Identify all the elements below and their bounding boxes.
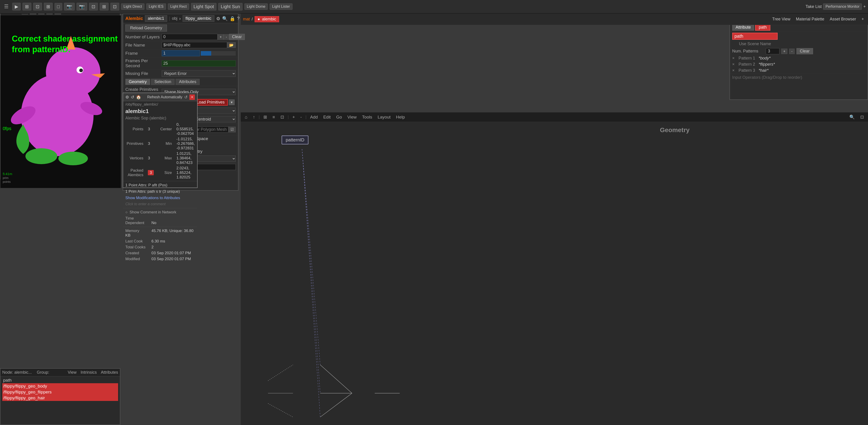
- patternid-node[interactable]: patternID: [282, 135, 308, 144]
- help-menu-btn[interactable]: Help: [394, 114, 407, 120]
- fps-input[interactable]: [162, 60, 236, 67]
- modified-label: Modified: [125, 257, 150, 261]
- poly-soup-toggle[interactable]: ☑: [228, 127, 236, 132]
- net-home-btn[interactable]: ⌂: [243, 114, 249, 120]
- info-popup-close-btn[interactable]: ×: [189, 94, 195, 100]
- svg-line-12: [268, 403, 293, 417]
- net-grid-btn[interactable]: ⊞: [261, 114, 269, 120]
- toolbar-light-dome-btn[interactable]: Light Dome: [244, 3, 268, 10]
- num-patterns-plus[interactable]: +: [781, 48, 787, 54]
- missing-file-row: Missing File Report Error: [123, 69, 238, 78]
- viewport-overlay: Correct shader assignment from patternID…: [12, 34, 118, 55]
- show-comment-btn[interactable]: ○ Show Comment in Network: [123, 209, 197, 216]
- frame-slider[interactable]: [201, 51, 236, 56]
- num-layers-clear-btn[interactable]: Clear: [229, 34, 245, 40]
- attributes-tab[interactable]: Attributes: [176, 79, 199, 85]
- toolbar-light-lister-btn[interactable]: Light Lister: [270, 3, 292, 10]
- comment-area[interactable]: Click to enter a comment: [123, 201, 197, 207]
- panel-search[interactable]: 🔍: [222, 16, 228, 21]
- panel-help[interactable]: ?: [237, 16, 240, 21]
- tree-view-btn[interactable]: Tree View: [770, 17, 792, 22]
- obj-path: obj: [172, 16, 177, 21]
- path-item-0[interactable]: path: [2, 377, 118, 383]
- num-layers-input[interactable]: [162, 34, 218, 40]
- file-name-input[interactable]: [162, 42, 227, 48]
- toolbar-plus[interactable]: +: [863, 4, 866, 9]
- toolbar-render-btn[interactable]: ▶: [12, 3, 21, 10]
- attr-input-row: [730, 32, 868, 41]
- stats-row-vertices: Vertices 3 Max 1.01215, 1.38464, 0.84742…: [123, 151, 197, 165]
- refresh-auto-btn[interactable]: ↺: [184, 95, 188, 100]
- net-zoom-in-btn[interactable]: +: [290, 114, 297, 120]
- num-patterns-minus[interactable]: -: [789, 48, 795, 54]
- num-patterns-input[interactable]: [766, 48, 779, 54]
- path-item-2[interactable]: /flippy/flippy_geo_flippers: [2, 389, 118, 395]
- net-up-btn[interactable]: ↑: [251, 114, 257, 120]
- toolbar-light-ies-btn[interactable]: Light IES: [146, 3, 166, 10]
- panel-gear[interactable]: ⚙: [216, 16, 220, 21]
- attribute-tab-btn[interactable]: Attribute: [732, 24, 754, 31]
- num-layers-minus[interactable]: -: [224, 34, 229, 40]
- net-search-btn[interactable]: 🔍: [847, 114, 857, 120]
- go-menu-btn[interactable]: Go: [334, 114, 344, 120]
- alembic-tab-name[interactable]: alembic1: [145, 15, 167, 22]
- toolbar2-plus[interactable]: +: [860, 17, 866, 22]
- toolbar-light-spot-btn[interactable]: Light Spot: [191, 3, 216, 10]
- sep1: |: [169, 16, 170, 21]
- path-tab-btn[interactable]: path: [755, 24, 770, 31]
- selection-tab[interactable]: Selection: [151, 79, 175, 85]
- toolbar-row2: mat / ● alembic Tree View Material Palet…: [241, 13, 868, 25]
- toolbar-displacement-btn[interactable]: ⊡: [89, 3, 98, 10]
- performance-monitor-btn[interactable]: Performance Monitor: [823, 3, 862, 10]
- net-layout-btn[interactable]: ⊡: [279, 114, 286, 120]
- toolbar-vfb-btn[interactable]: □: [55, 3, 62, 10]
- alembic-breadcrumb-btn[interactable]: ● alembic: [255, 16, 279, 22]
- toolbar-light-sun-btn[interactable]: Light Sun: [218, 3, 243, 10]
- num-layers-plus[interactable]: +: [218, 34, 224, 40]
- material-palette-btn[interactable]: Material Palette: [794, 17, 826, 22]
- add-node-btn[interactable]: Add: [308, 114, 320, 120]
- missing-file-select[interactable]: Report Error: [162, 70, 236, 77]
- layout-menu-btn[interactable]: Layout: [376, 114, 393, 120]
- info-node-name: alembic1: [123, 108, 197, 115]
- show-modifications-btn[interactable]: Show Modifications to Attributes: [123, 195, 197, 201]
- net-zoom-out-btn[interactable]: -: [299, 114, 304, 120]
- alembic-tabs: Geometry Selection Attributes: [123, 78, 238, 86]
- view-menu-btn[interactable]: View: [346, 114, 359, 120]
- toolbar-rop-btn[interactable]: ⊞: [23, 3, 31, 10]
- edit-menu-btn[interactable]: Edit: [321, 114, 333, 120]
- toolbar-aur-btn[interactable]: ⊡: [111, 3, 119, 10]
- pattern-entry-1: × Pattern 1 *body*: [730, 55, 868, 61]
- geometry-tab[interactable]: Geometry: [125, 79, 150, 85]
- info-icon-3: 🏠: [136, 95, 141, 100]
- tools-menu-btn[interactable]: Tools: [360, 114, 374, 120]
- pattern-entry-3: × Pattern 3 *hair*: [730, 67, 868, 73]
- toolbar-light-direct-btn[interactable]: Light Direct: [121, 3, 145, 10]
- file-tab[interactable]: flippy_alembic: [183, 15, 214, 22]
- network-canvas[interactable]: Geometry VEX Builder patternID A alembic…: [241, 122, 868, 425]
- load-as-dropdown[interactable]: ▾: [229, 99, 235, 105]
- toolbar-ipr-btn[interactable]: ⊡: [33, 3, 42, 10]
- toolbar-physical-camera-btn[interactable]: 📷: [76, 3, 87, 10]
- path-item-1[interactable]: /flippy/flippy_geo_body: [2, 383, 118, 389]
- asset-browser-btn[interactable]: Asset Browser: [828, 17, 858, 22]
- toolbar-aov-btn[interactable]: ⊞: [100, 3, 108, 10]
- app-menu[interactable]: ☰: [2, 4, 10, 9]
- net-sep1: |: [259, 115, 260, 120]
- alembic-tab-main[interactable]: Alembic: [125, 16, 143, 21]
- frame-input[interactable]: [162, 50, 200, 56]
- toolbar-ipr-rop-btn[interactable]: ⊞: [44, 3, 53, 10]
- patterns-clear-btn[interactable]: Clear: [797, 48, 813, 54]
- attr-text-input[interactable]: [732, 33, 778, 40]
- toolbar-light-rect-btn[interactable]: Light Rect: [168, 3, 189, 10]
- net-list-btn[interactable]: ≡: [271, 114, 277, 120]
- panel-lock[interactable]: 🔒: [229, 16, 235, 21]
- toolbar-camera-btn[interactable]: 📷: [64, 3, 75, 10]
- path-item-3[interactable]: /flippy/flippy_geo_hair: [2, 395, 118, 401]
- file-browse-btn[interactable]: 📂: [227, 42, 236, 48]
- overlay-line1: Correct shader assignment: [12, 34, 118, 44]
- max-value: 1.01215, 1.38464, 0.847423: [174, 151, 197, 165]
- reload-geometry-btn[interactable]: Reload Geometry: [125, 25, 167, 32]
- net-flag-btn[interactable]: ⊡: [859, 114, 866, 120]
- view-label: View: [68, 370, 76, 375]
